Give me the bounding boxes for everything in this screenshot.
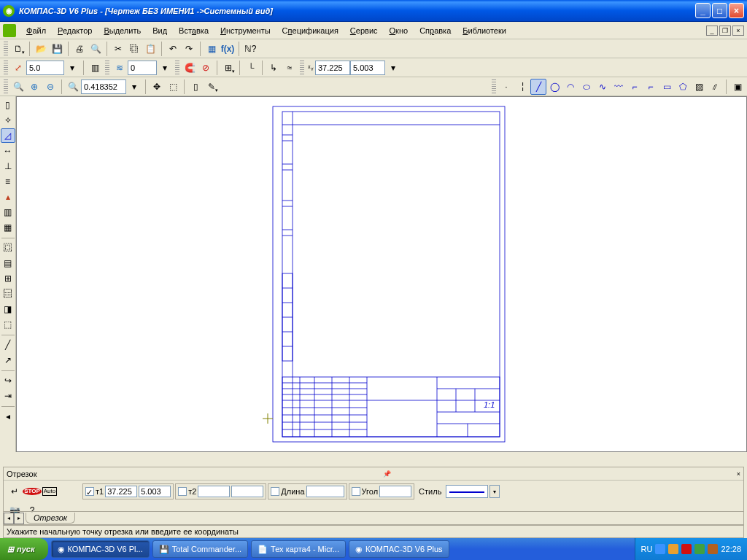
zoom-in-button[interactable]: ⊕ [26,79,42,95]
lp-t3[interactable]: ↪ [1,373,15,388]
param-t1[interactable]: ✓ т1 [82,483,174,499]
menu-file[interactable]: Файл [20,24,52,37]
angle-input[interactable] [379,486,411,497]
lp-dimensions[interactable]: ↔ [1,144,15,158]
geom-contour-button[interactable]: ⬠ [675,79,691,95]
geom-chamfer-button[interactable]: ⌐ [643,79,659,95]
mdi-close[interactable]: × [732,26,744,36]
geom-rect-button[interactable]: ▭ [659,79,675,95]
len-checkbox[interactable] [271,487,279,496]
tab-next[interactable]: ▸ [14,513,24,524]
geom-circle-button[interactable]: ◯ [546,79,562,95]
maximize-button[interactable]: □ [712,3,727,18]
snap-off-button[interactable]: ⊘ [198,60,214,76]
t1-y-input[interactable] [139,486,171,497]
cut-button[interactable]: ✂ [110,41,126,57]
menu-select[interactable]: Выделить [98,24,147,37]
states-button[interactable]: ▥ [87,60,103,76]
library-button[interactable]: ▦ [204,41,220,57]
stop-button[interactable]: STOP [24,483,40,499]
taskbar-item-0[interactable]: ◉КОМПАС-3D V6 Pl... [51,540,150,558]
tray-icon[interactable] [681,544,692,554]
menu-help[interactable]: Справка [414,24,457,37]
lp-macro[interactable]: ⬚ [1,317,15,332]
geom-arc-button[interactable]: ◠ [562,79,578,95]
zoom-dd[interactable]: ▾ [126,79,142,95]
lang-indicator[interactable]: RU [641,545,653,553]
ortho-button[interactable]: └ [243,60,259,76]
redraw-button[interactable]: ▯ [187,79,204,95]
menu-tools[interactable]: Инструменты [214,24,276,37]
round-button[interactable]: ≈ [282,60,298,76]
geom-equid-button[interactable]: ⫽ [707,79,723,95]
clock[interactable]: 22:28 [721,545,741,553]
geom-line-button[interactable]: ╱ [530,79,546,95]
zoom-window-button[interactable]: ⬚ [165,79,181,95]
step-field[interactable]: 5.0 [26,61,64,75]
lp-insert[interactable]: ◨ [1,302,15,316]
taskbar-item-2[interactable]: 📄Тех карта4 - Micr... [251,540,346,558]
tab-segment[interactable]: Отрезок [26,513,75,524]
snap-on-button[interactable]: 🧲 [182,60,198,76]
save-button[interactable]: 💾 [49,41,65,57]
new-doc-button[interactable]: 🗋 [10,41,26,57]
undo-button[interactable]: ↶ [165,41,181,57]
minimize-button[interactable]: _ [695,3,711,18]
tab-prev[interactable]: ◂ [4,513,14,524]
param-t2[interactable]: т2 [175,483,266,499]
mdi-minimize[interactable]: _ [706,26,718,36]
print-button[interactable]: 🖨 [71,41,88,57]
paste-button[interactable]: 📋 [142,41,158,57]
create-button[interactable]: ↵ [7,483,23,499]
param-angle[interactable]: Угол [349,483,415,499]
t2-y-input[interactable] [231,486,263,497]
menu-insert[interactable]: Вставка [173,24,214,37]
menu-window[interactable]: Окно [384,24,414,37]
layers-button[interactable]: ≋ [112,60,128,76]
step-dd[interactable]: ▾ [64,60,80,76]
variables-button[interactable]: f(x) [220,41,236,57]
lp-geometry[interactable]: ◿ [1,128,15,143]
lp-t2[interactable]: ↗ [1,353,15,368]
t1-x-input[interactable] [105,486,137,497]
grip[interactable] [105,61,109,75]
auto-button[interactable]: Auto [42,483,58,499]
geom-aux-button[interactable]: ╎ [514,79,530,95]
pan-button[interactable]: ✥ [149,79,165,95]
pin-button[interactable]: 📌 [383,470,391,478]
menu-libs[interactable]: Библиотеки [457,24,512,37]
lcs-button[interactable]: ↳ [266,60,282,76]
menu-spec[interactable]: Спецификация [276,24,344,37]
tray-icon[interactable] [694,544,705,554]
grip[interactable] [175,61,179,75]
panel-close[interactable]: × [737,470,740,478]
lp-t1[interactable]: ╱ [1,338,15,352]
grip[interactable] [492,79,496,94]
lp-t4[interactable]: ⇥ [1,389,15,403]
geom-ellipse-button[interactable]: ⬭ [578,79,595,95]
drawing-canvas[interactable]: 1:1 [16,96,747,452]
lp-measure[interactable]: ▦ [1,220,15,235]
redo-button[interactable]: ↷ [181,41,197,57]
geom-fillet-button[interactable]: ⌐ [627,79,643,95]
geom-spline-button[interactable]: ∿ [595,79,611,95]
zoom-out-button[interactable]: ⊖ [42,79,58,95]
start-button[interactable]: ⊞пуск [0,538,48,560]
system-tray[interactable]: RU 22:28 [635,538,747,560]
grip[interactable] [4,61,8,75]
show-button[interactable]: ✎ [204,79,220,95]
taskbar-item-1[interactable]: 💾Total Commander... [152,540,248,558]
lp-more[interactable]: ◂ [1,409,15,424]
geom-hatch-button[interactable]: ▨ [691,79,707,95]
lp-text[interactable]: ≡ [1,174,15,189]
ang-checkbox[interactable] [352,487,360,496]
lp-assoc[interactable]: ⿴ [1,241,15,255]
cursor-step-button[interactable]: ⤢ [10,60,26,76]
coord-dd[interactable]: ▾ [385,60,401,76]
coord-x[interactable]: 37.225 [315,61,350,75]
grid-button[interactable]: ⊞ [220,60,236,76]
style-preview[interactable] [446,485,488,498]
grip[interactable] [4,79,8,94]
lp-views[interactable]: ⊞ [1,271,15,286]
lp-params[interactable]: ▥ [1,205,15,219]
